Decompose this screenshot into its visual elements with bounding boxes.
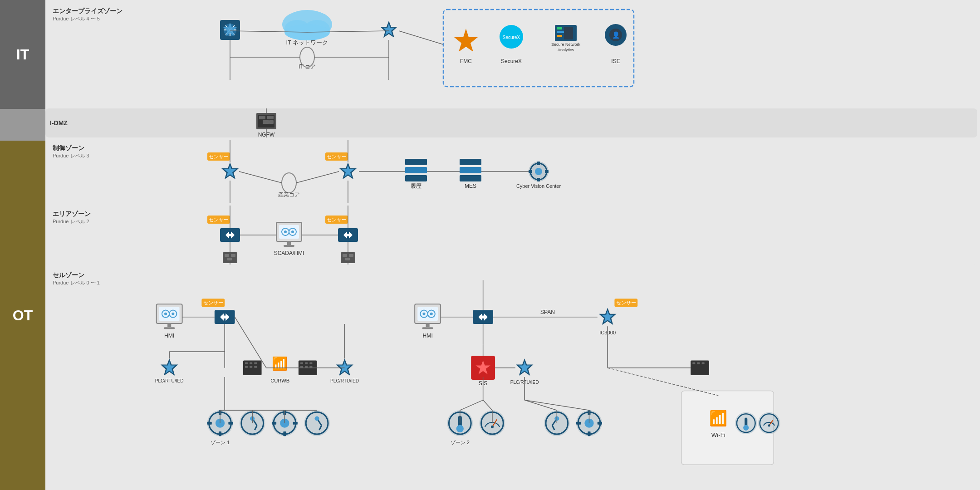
svg-point-172	[315, 416, 319, 421]
it-switch-right	[380, 21, 397, 38]
svg-text:HMI: HMI	[164, 333, 174, 339]
svg-rect-101	[227, 258, 232, 260]
svg-rect-165	[283, 431, 286, 436]
industry-core-oval	[282, 173, 296, 193]
svg-rect-191	[422, 327, 433, 329]
svg-rect-136	[300, 362, 303, 364]
sna-icon: Secure Network Analytics	[551, 25, 581, 52]
ise-icon: 👤 ISE	[605, 24, 627, 64]
svg-line-237	[483, 400, 492, 410]
svg-point-109	[164, 313, 167, 315]
svg-text:履歴: 履歴	[411, 183, 421, 189]
svg-point-216	[456, 425, 464, 432]
svg-point-189	[430, 313, 433, 315]
svg-rect-57	[405, 167, 427, 173]
svg-rect-154	[207, 422, 212, 425]
svg-text:Wi-Fi: Wi-Fi	[711, 431, 725, 438]
svg-rect-132	[245, 366, 248, 368]
svg-text:MES: MES	[465, 183, 476, 189]
svg-text:FMC: FMC	[460, 58, 472, 64]
cell-switch-left	[215, 310, 235, 324]
svg-text:ゾーン 1: ゾーン 1	[211, 440, 230, 445]
svg-point-111	[172, 313, 174, 315]
svg-rect-112	[167, 323, 171, 327]
svg-rect-71	[545, 170, 549, 173]
svg-rect-232	[598, 422, 602, 425]
svg-rect-134	[254, 366, 257, 368]
it-zone-row: エンタープライズゾーン Purdue レベル 4 〜 5 IT ネットワーク	[45, 3, 977, 106]
area-zone-row: エリアゾーン Purdue レベル 2 センサー	[45, 206, 977, 265]
svg-rect-39	[269, 120, 274, 124]
cell-zone-svg: HMI センサー PLC/RTU/IED	[82, 267, 980, 487]
svg-text:センサー: センサー	[203, 300, 223, 305]
svg-rect-153	[228, 422, 233, 425]
svg-rect-167	[272, 422, 276, 425]
history-server: 履歴	[405, 159, 427, 189]
svg-rect-36	[259, 116, 265, 119]
svg-text:SPAN: SPAN	[540, 309, 555, 315]
svg-text:センサー: センサー	[209, 154, 229, 159]
svg-rect-27	[564, 27, 573, 39]
area-switch-right	[338, 228, 358, 242]
svg-rect-25	[557, 31, 564, 33]
svg-rect-129	[245, 362, 248, 364]
svg-point-68	[535, 168, 542, 175]
fmc-icon: FMC	[454, 29, 478, 64]
svg-text:センサー: センサー	[327, 154, 347, 159]
svg-line-235	[460, 400, 483, 410]
cell-switch-right	[473, 310, 493, 324]
svg-rect-137	[305, 362, 308, 364]
svg-text:Cyber Vision Center: Cyber Vision Center	[516, 183, 561, 189]
control-switch-left	[221, 162, 239, 179]
curwb-device-left	[243, 360, 262, 375]
svg-point-168	[304, 410, 330, 436]
svg-rect-58	[405, 175, 427, 181]
plc-switch-right	[516, 358, 534, 376]
svg-line-145	[235, 317, 266, 368]
area-switch-left	[220, 228, 240, 242]
it-network-node: IT ネットワーク	[282, 10, 332, 46]
svg-text:産業コア: 産業コア	[278, 191, 300, 198]
diagram-area: エンタープライズゾーン Purdue レベル 4 〜 5 IT ネットワーク	[45, 0, 980, 490]
svg-text:ISE: ISE	[611, 58, 620, 64]
svg-rect-104	[349, 254, 353, 257]
svg-point-86	[284, 230, 287, 233]
wifi-temp	[735, 412, 757, 434]
cell-zone-row: セルゾーン Purdue レベル 0 〜 1 HMI	[45, 267, 977, 487]
plc-left-far: PLC/RTU/IED	[155, 358, 184, 383]
svg-text:CURWB: CURWB	[270, 378, 289, 383]
idmz-label: I-DMZ	[50, 119, 68, 127]
curwb-wifi: 📶 CURWB	[270, 356, 289, 384]
svg-text:SCADA/HMI: SCADA/HMI	[274, 250, 304, 256]
svg-line-52	[239, 172, 282, 183]
svg-text:センサー: センサー	[327, 217, 347, 222]
svg-rect-99	[225, 254, 229, 257]
svg-text:センサー: センサー	[209, 217, 229, 222]
svg-line-240	[524, 400, 557, 410]
svg-rect-152	[219, 431, 221, 436]
it-zone-label: IT	[0, 0, 45, 109]
idmz-zone-row: I-DMZ NGFW	[45, 108, 977, 137]
wifi-symbol: 📶 Wi-Fi	[709, 409, 728, 439]
svg-text:📶: 📶	[272, 356, 288, 372]
control-zone-svg: センサー センサー 産業コア	[82, 140, 980, 203]
svg-rect-231	[588, 431, 590, 436]
svg-rect-105	[345, 258, 350, 260]
plc-middle: PLC/RTU/IED	[330, 358, 359, 383]
wifi-connect-device	[691, 360, 709, 375]
svg-text:SecureX: SecureX	[501, 58, 522, 64]
securex-icon: SecureX SecureX	[500, 25, 523, 64]
svg-text:HMI: HMI	[422, 333, 432, 339]
svg-rect-89	[287, 241, 291, 245]
ot-zone-label: OT	[0, 141, 45, 490]
svg-point-250	[758, 412, 780, 434]
area-zone-svg: センサー センサー	[82, 206, 980, 265]
svg-rect-133	[250, 366, 252, 368]
svg-point-187	[422, 313, 425, 315]
zone1-robot2	[304, 410, 330, 436]
svg-point-253	[768, 424, 770, 426]
svg-rect-233	[576, 422, 581, 425]
svg-line-53	[296, 172, 339, 183]
svg-rect-166	[293, 422, 298, 425]
svg-rect-24	[557, 27, 562, 29]
